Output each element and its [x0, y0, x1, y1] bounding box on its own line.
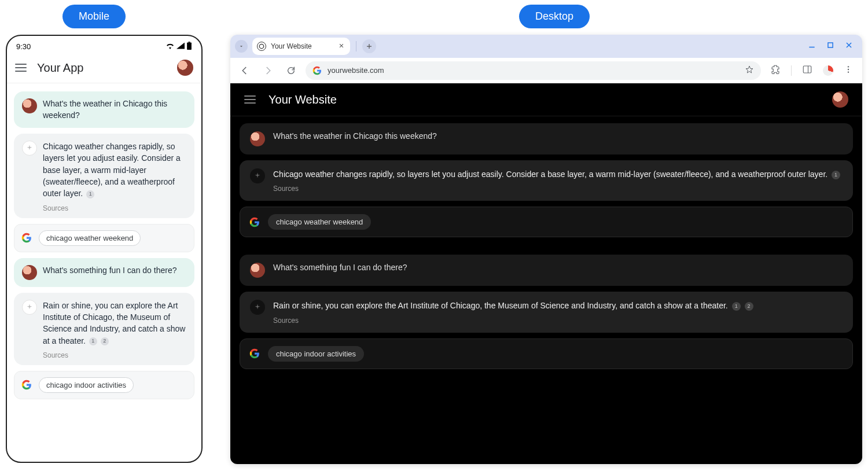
- ai-message: Rain or shine, you can explore the Art I…: [14, 293, 194, 365]
- menu-icon[interactable]: [15, 64, 27, 72]
- svg-point-7: [848, 68, 849, 69]
- battery-icon: [186, 42, 192, 51]
- citation-badge[interactable]: 1: [832, 171, 840, 179]
- message-text: What's something fun I can do there?: [273, 263, 407, 272]
- avatar: [22, 265, 37, 280]
- svg-rect-0: [188, 42, 190, 43]
- search-chip[interactable]: chicago indoor activities: [268, 346, 364, 362]
- ai-message: Chicago weather changes rapidly, so laye…: [14, 134, 194, 218]
- search-chip[interactable]: chicago weather weekend: [39, 230, 141, 246]
- site-content: Your Website What's the weather in Chica…: [230, 83, 862, 464]
- sparkle-icon: [22, 300, 37, 315]
- sources-link[interactable]: Sources: [43, 351, 186, 359]
- extensions-icon[interactable]: [770, 64, 781, 77]
- status-time: 9:30: [16, 42, 31, 51]
- message-text: Rain or shine, you can explore the Art I…: [43, 300, 186, 347]
- citation-badge[interactable]: 2: [101, 337, 109, 345]
- reload-button[interactable]: [282, 66, 300, 75]
- new-tab-button[interactable]: [362, 39, 376, 53]
- mobile-label-text: Mobile: [79, 10, 109, 22]
- user-avatar[interactable]: [177, 60, 193, 76]
- cell-signal-icon: [176, 42, 185, 51]
- more-menu-icon[interactable]: [844, 65, 853, 76]
- citation-badge[interactable]: 2: [745, 302, 753, 311]
- desktop-conversation: What's the weather in Chicago this weeke…: [230, 116, 862, 376]
- message-text: Rain or shine, you can explore the Art I…: [273, 300, 753, 311]
- citation-badge[interactable]: 1: [732, 302, 741, 311]
- svg-rect-4: [803, 66, 811, 73]
- mobile-frame: 9:30 Your App What's the weather in Chic…: [6, 35, 203, 463]
- address-bar[interactable]: yourwebsite.com: [306, 61, 761, 80]
- site-appbar: Your Website: [230, 83, 862, 116]
- close-window-icon[interactable]: [845, 41, 853, 51]
- ai-message: Rain or shine, you can explore the Art I…: [240, 292, 853, 332]
- avatar: [250, 131, 265, 146]
- user-message: What's the weather in Chicago this weeke…: [14, 91, 194, 128]
- google-logo-icon: [249, 217, 260, 227]
- svg-point-6: [848, 66, 849, 67]
- forward-button[interactable]: [259, 65, 277, 76]
- wifi-icon: [165, 42, 175, 51]
- message-text: Chicago weather changes rapidly, so laye…: [43, 141, 186, 199]
- message-text: What's something fun I can do there?: [43, 265, 176, 277]
- svg-point-2: [259, 44, 264, 49]
- search-chip[interactable]: chicago weather weekend: [268, 214, 371, 230]
- message-text: Chicago weather changes rapidly, so laye…: [273, 168, 840, 180]
- desktop-label-text: Desktop: [535, 10, 573, 22]
- profile-icon[interactable]: [823, 65, 833, 76]
- svg-point-8: [848, 71, 849, 72]
- bookmark-icon[interactable]: [745, 65, 754, 76]
- user-message: What's something fun I can do there?: [14, 258, 194, 287]
- ai-message: Chicago weather changes rapidly, so laye…: [240, 160, 853, 201]
- favicon-icon: [257, 42, 266, 51]
- site-info-icon[interactable]: [312, 66, 322, 75]
- browser-toolbar: yourwebsite.com: [230, 58, 862, 83]
- sources-link[interactable]: Sources: [273, 317, 753, 325]
- search-suggestion-card: chicago indoor activities: [14, 371, 194, 399]
- app-title: Your App: [37, 61, 83, 75]
- tab-search-button[interactable]: [235, 40, 248, 53]
- sparkle-icon: [22, 141, 37, 156]
- user-avatar[interactable]: [832, 91, 848, 108]
- message-text: What's the weather in Chicago this weeke…: [43, 98, 186, 121]
- search-chip[interactable]: chicago indoor activities: [39, 377, 134, 393]
- avatar: [250, 263, 265, 278]
- search-suggestion-card: chicago weather weekend: [240, 207, 853, 237]
- search-suggestion-card: chicago weather weekend: [14, 224, 194, 252]
- search-suggestion-card: chicago indoor activities: [240, 338, 853, 369]
- url-text: yourwebsite.com: [328, 66, 384, 75]
- citation-badge[interactable]: 1: [86, 190, 94, 198]
- close-tab-icon[interactable]: [339, 42, 344, 50]
- message-text: What's the weather in Chicago this weeke…: [273, 131, 437, 141]
- user-message: What's the weather in Chicago this weeke…: [240, 123, 853, 154]
- site-title: Your Website: [269, 93, 337, 106]
- svg-rect-1: [187, 43, 192, 50]
- google-logo-icon: [21, 380, 32, 390]
- google-logo-icon: [249, 348, 260, 359]
- browser-tab[interactable]: Your Website: [252, 38, 350, 55]
- browser-tabstrip: Your Website: [230, 35, 862, 58]
- back-button[interactable]: [236, 65, 253, 76]
- google-logo-icon: [21, 233, 32, 243]
- mobile-conversation: What's the weather in Chicago this weeke…: [7, 83, 201, 407]
- mobile-status-bar: 9:30: [7, 36, 201, 55]
- user-message: What's something fun I can do there?: [240, 255, 853, 286]
- sources-link[interactable]: Sources: [43, 204, 186, 212]
- menu-icon[interactable]: [244, 95, 256, 104]
- tab-title: Your Website: [271, 42, 312, 50]
- mobile-appbar: Your App: [7, 55, 201, 83]
- desktop-browser-frame: Your Website yourwebsite.com: [230, 35, 862, 464]
- minimize-icon[interactable]: [808, 41, 816, 51]
- mobile-label: Mobile: [62, 5, 126, 28]
- svg-rect-3: [828, 43, 833, 47]
- sparkle-icon: [250, 300, 265, 315]
- maximize-icon[interactable]: [826, 41, 834, 51]
- citation-badge[interactable]: 1: [89, 337, 97, 345]
- desktop-label: Desktop: [519, 5, 590, 28]
- sparkle-icon: [250, 168, 265, 183]
- avatar: [22, 98, 37, 113]
- sources-link[interactable]: Sources: [273, 185, 840, 193]
- side-panel-icon[interactable]: [802, 64, 812, 77]
